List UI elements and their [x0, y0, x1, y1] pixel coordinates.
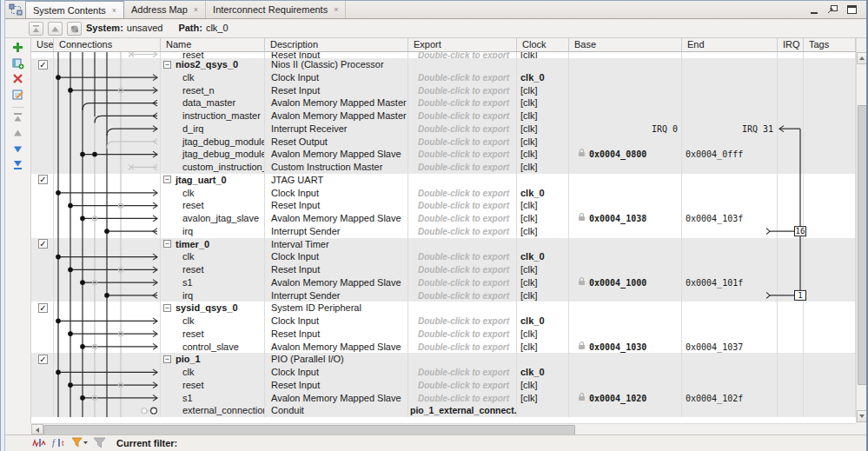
base-address[interactable]: 0x0004_1030	[589, 342, 646, 352]
table-row[interactable]: resetReset InputDouble-click to export[c…	[31, 328, 856, 341]
show-name-type-button[interactable]: ft	[51, 437, 67, 450]
table-row[interactable]: instruction_masterAvalon Memory Mapped M…	[31, 109, 856, 123]
export-hint[interactable]: Double-click to export	[418, 98, 509, 108]
table-row[interactable]: avalon_jtag_slaveAvalon Memory Mapped Sl…	[31, 212, 856, 225]
table-row[interactable]: resetReset InputDouble-click to export[c…	[31, 263, 856, 276]
use-checkbox[interactable]: ✓	[38, 355, 48, 364]
clock-value[interactable]: [clk]	[520, 328, 538, 339]
export-hint[interactable]: Double-click to export	[418, 278, 509, 288]
tab-close-icon[interactable]: ×	[332, 5, 338, 14]
column-header-clock[interactable]: Clock	[517, 38, 569, 51]
export-hint[interactable]: Double-click to export	[418, 329, 509, 339]
table-row[interactable]: irqInterrupt SenderDouble-click to expor…	[31, 289, 856, 302]
clock-value[interactable]: [clk]	[520, 85, 538, 96]
table-row[interactable]: resetReset InputDouble-click to export[c…	[31, 379, 856, 392]
table-row[interactable]: s1Avalon Memory Mapped SlaveDouble-click…	[31, 276, 856, 289]
module-row[interactable]: ✓−sysid_qsys_0System ID Peripheral	[31, 302, 856, 315]
tab-close-icon[interactable]: ×	[110, 6, 116, 15]
clock-value[interactable]: [clk]	[520, 290, 538, 301]
collapse-toggle[interactable]: −	[163, 304, 171, 312]
vertical-scrollbar[interactable]	[856, 38, 866, 423]
edit-button[interactable]	[10, 88, 25, 103]
clock-value[interactable]: [clk]	[520, 123, 538, 134]
export-name[interactable]: pio_1_external_connect...	[408, 404, 509, 417]
table-row[interactable]: custom_instruction_m...Custom Instructio…	[31, 161, 856, 174]
table-row[interactable]: s1Avalon Memory Mapped SlaveDouble-click…	[31, 392, 856, 405]
clock-value[interactable]: [clk]	[520, 52, 538, 58]
clock-value[interactable]: [clk]	[520, 380, 538, 390]
clear-filter-button[interactable]	[93, 437, 107, 450]
base-address[interactable]: 0x0004_1038	[589, 214, 646, 223]
base-address[interactable]: 0x0004_1000	[589, 278, 646, 288]
column-header-description[interactable]: Description	[265, 38, 408, 51]
clock-value[interactable]: clk_0	[520, 315, 545, 326]
remove-button[interactable]	[10, 72, 25, 87]
clock-value[interactable]: [clk]	[520, 149, 538, 159]
clock-value[interactable]: [clk]	[520, 264, 538, 275]
clock-value[interactable]: clk_0	[520, 251, 545, 262]
export-hint[interactable]: Double-click to export	[418, 149, 509, 159]
column-header-end[interactable]: End	[682, 38, 778, 51]
table-row[interactable]: jtag_debug_moduleAvalon Memory Mapped Sl…	[31, 148, 856, 161]
clock-value[interactable]: [clk]	[520, 110, 538, 121]
scroll-left-button[interactable]	[31, 424, 43, 434]
clock-value[interactable]: [clk]	[520, 393, 538, 403]
export-hint[interactable]: Double-click to export	[418, 73, 509, 83]
clock-value[interactable]: clk_0	[520, 367, 545, 377]
use-checkbox[interactable]: ✓	[38, 303, 48, 313]
export-hint[interactable]: Double-click to export	[418, 394, 509, 403]
table-row[interactable]: clkClock InputDouble-click to exportclk_…	[31, 71, 856, 84]
move-down-button[interactable]	[10, 143, 25, 157]
table-row[interactable]: reset_nReset InputDouble-click to export…	[31, 84, 856, 97]
collapse-toggle[interactable]: −	[163, 355, 171, 363]
column-header-connections[interactable]: Connections	[54, 38, 161, 51]
nav-up-button[interactable]	[48, 22, 63, 36]
float-button[interactable]	[827, 4, 838, 17]
base-address[interactable]: 0x0004_1020	[589, 394, 646, 403]
table-row[interactable]: resetReset InputDouble-click to export[c…	[31, 52, 856, 58]
nav-top-button[interactable]	[29, 22, 43, 36]
clock-value[interactable]: [clk]	[520, 200, 538, 210]
table-row[interactable]: clkClock InputDouble-click to exportclk_…	[31, 315, 856, 328]
table-row[interactable]: resetReset InputDouble-click to export[c…	[31, 199, 856, 212]
table-row[interactable]: external_connectionConduitpio_1_external…	[31, 404, 856, 417]
minimize-button[interactable]	[810, 5, 819, 17]
table-row[interactable]: clkClock InputDouble-click to exportclk_…	[31, 187, 856, 200]
column-header-export[interactable]: Export	[408, 38, 517, 51]
add-connection-button[interactable]	[10, 56, 25, 71]
collapse-toggle[interactable]: −	[163, 240, 171, 248]
clock-value[interactable]: [clk]	[520, 342, 538, 352]
export-hint[interactable]: Double-click to export	[418, 252, 509, 262]
clock-value[interactable]: [clk]	[520, 97, 538, 108]
export-hint[interactable]: Double-click to export	[418, 124, 509, 134]
collapse-toggle[interactable]: −	[163, 61, 171, 69]
use-checkbox[interactable]: ✓	[38, 60, 48, 70]
clock-value[interactable]: [clk]	[520, 162, 538, 172]
export-hint[interactable]: Double-click to export	[418, 316, 509, 326]
filter-menu-button[interactable]	[71, 437, 89, 450]
table-row[interactable]: control_slaveAvalon Memory Mapped SlaveD…	[31, 341, 856, 354]
table-row[interactable]: clkClock InputDouble-click to exportclk_…	[31, 366, 856, 379]
export-hint[interactable]: Double-click to export	[418, 214, 509, 223]
export-hint[interactable]: Double-click to export	[418, 137, 509, 147]
module-row[interactable]: ✓−timer_0Interval Timer	[31, 238, 856, 251]
use-checkbox[interactable]: ✓	[38, 175, 48, 184]
export-hint[interactable]: Double-click to export	[418, 291, 509, 301]
clock-value[interactable]: clk_0	[520, 72, 545, 83]
table-row[interactable]: irqInterrupt SenderDouble-click to expor…	[31, 225, 856, 238]
export-hint[interactable]: Double-click to export	[418, 381, 509, 390]
export-hint[interactable]: Double-click to export	[418, 86, 509, 96]
add-component-button[interactable]	[10, 41, 25, 56]
end-address[interactable]: 0x0004_0fff	[686, 149, 743, 159]
export-hint[interactable]: Double-click to export	[418, 111, 509, 121]
horizontal-scrollbar[interactable]	[31, 423, 856, 434]
table-row[interactable]: data_masterAvalon Memory Mapped MasterDo…	[31, 96, 856, 109]
column-header-use[interactable]: Use	[31, 38, 54, 51]
export-hint[interactable]: Double-click to export	[418, 342, 509, 352]
show-signals-button[interactable]	[31, 437, 47, 450]
module-row[interactable]: ✓−pio_1PIO (Parallel I/O)	[31, 353, 856, 366]
base-address[interactable]: 0x0004_0800	[589, 149, 646, 159]
export-hint[interactable]: Double-click to export	[418, 52, 509, 58]
module-row[interactable]: ✓−nios2_qsys_0Nios II (Classic) Processo…	[31, 58, 856, 71]
clock-value[interactable]: clk_0	[520, 188, 545, 198]
